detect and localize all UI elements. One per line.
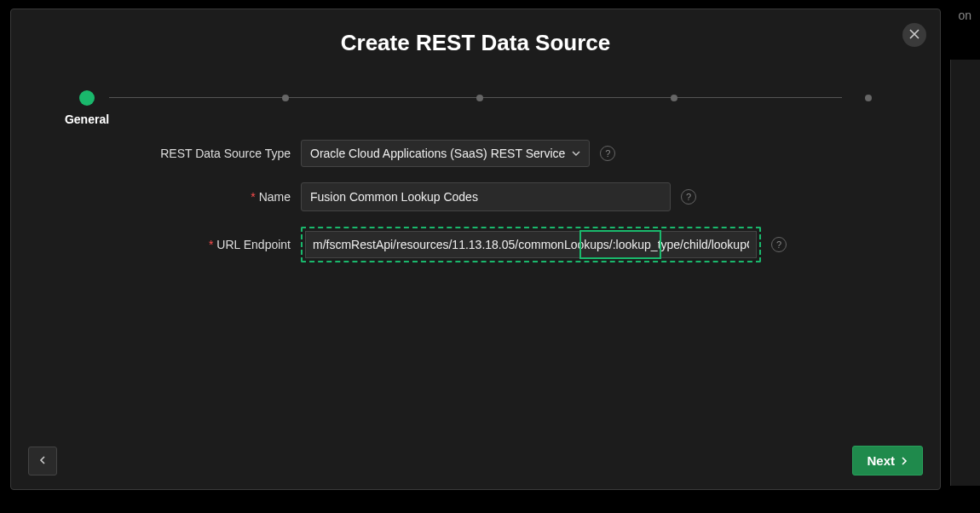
label-url-text: URL Endpoint — [216, 238, 291, 251]
label-url: *URL Endpoint — [11, 238, 301, 251]
row-name: *Name ? — [11, 182, 940, 211]
label-name: *Name — [11, 190, 301, 204]
create-rest-data-source-modal: Create REST Data Source General REST Dat… — [10, 9, 941, 490]
url-input-highlight-wrap — [301, 227, 761, 262]
next-button-label: Next — [867, 453, 895, 468]
required-indicator: * — [209, 238, 213, 251]
label-name-text: Name — [259, 190, 291, 204]
modal-footer: Next — [11, 431, 940, 489]
wizard-stepper: General — [11, 65, 940, 114]
modal-header: Create REST Data Source — [11, 9, 940, 65]
chevron-right-icon — [900, 453, 908, 468]
help-icon[interactable]: ? — [600, 146, 615, 161]
row-type: REST Data Source Type Oracle Cloud Appli… — [11, 140, 940, 167]
step-4 — [671, 95, 677, 101]
step-2 — [282, 95, 289, 101]
chevron-down-icon — [572, 147, 580, 160]
modal-title: Create REST Data Source — [11, 30, 940, 56]
step-general-label: General — [65, 112, 109, 126]
help-icon[interactable]: ? — [771, 237, 787, 252]
step-3 — [476, 95, 483, 101]
background-side-panel — [950, 60, 980, 486]
chevron-left-icon — [38, 454, 47, 467]
required-indicator: * — [251, 190, 255, 204]
form-area: REST Data Source Type Oracle Cloud Appli… — [11, 114, 940, 431]
name-input[interactable] — [301, 182, 671, 211]
rest-data-source-type-select[interactable]: Oracle Cloud Applications (SaaS) REST Se… — [301, 140, 590, 167]
back-button[interactable] — [28, 447, 57, 476]
row-url: *URL Endpoint ? — [11, 227, 940, 262]
step-5 — [865, 95, 872, 101]
type-selected-value: Oracle Cloud Applications (SaaS) REST Se… — [310, 147, 565, 160]
url-endpoint-input[interactable] — [305, 231, 757, 258]
help-icon[interactable]: ? — [681, 189, 696, 205]
background-header-fragment: on — [958, 9, 971, 22]
step-general[interactable]: General — [79, 90, 95, 106]
close-icon — [909, 28, 919, 42]
close-button[interactable] — [902, 23, 926, 47]
label-type: REST Data Source Type — [11, 147, 301, 160]
next-button[interactable]: Next — [852, 446, 923, 476]
